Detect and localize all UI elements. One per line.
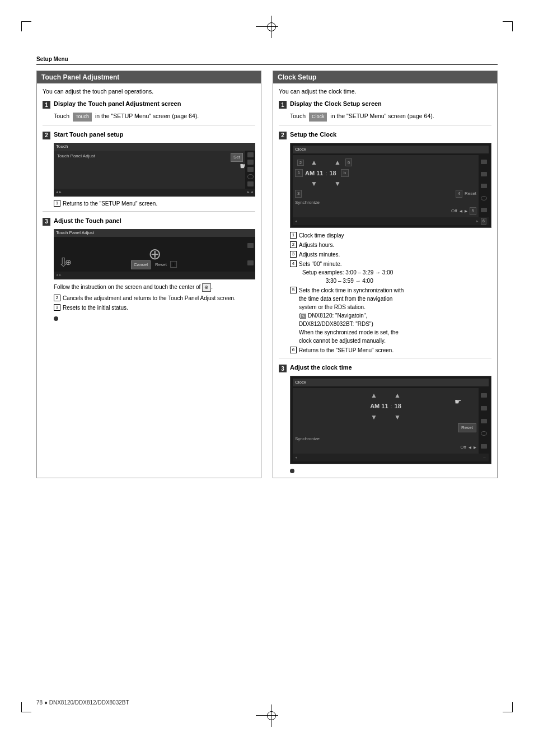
clock-list-item-3: 3 Adjusts minutes. xyxy=(290,250,491,259)
clock-sidebar-icon-3 xyxy=(481,184,487,188)
sync-left-arrow: ◂ xyxy=(460,207,462,215)
step3-header: 3 Adjust the Touch panel xyxy=(43,217,255,226)
clock-bottom-bar-2: ◂ ▸ 6 xyxy=(293,217,489,225)
tpa-bottom-bar: ◂ ▸ ▸ ◂ xyxy=(54,189,255,197)
touch-panel-intro: You can adjust the touch panel operation… xyxy=(43,88,255,95)
clock3-reset-row: Reset xyxy=(295,423,476,432)
clock-reset-row: 3 4 Reset xyxy=(295,190,476,198)
step3-text-3: Resets to the initial status. xyxy=(63,304,128,312)
cancel-btn[interactable]: Cancel xyxy=(131,260,151,269)
reg-mark-tr xyxy=(503,21,513,31)
step3-num-3: 3 xyxy=(54,304,60,311)
clock-step2-title: Setup the Clock xyxy=(290,131,336,138)
btn-separator: Reset xyxy=(155,260,167,269)
tpa3-buttons: Cancel Reset 1 xyxy=(130,260,179,269)
clock-down-row: ▼ ▼ xyxy=(295,179,476,189)
crosshair-inline: ⊕ xyxy=(202,283,211,292)
tpa3-top-bar: Touch Panel Adjust xyxy=(54,229,255,237)
clock-screen-mockup-2: Clock 2 ▲ ▲ xyxy=(290,143,491,228)
tpa3-sidebar-2 xyxy=(247,260,254,265)
clock-list-item-6: 6 Returns to the "SETUP Menu" screen. xyxy=(290,346,491,354)
num-indicator-5: 5 xyxy=(470,207,476,215)
reg-mark-bl xyxy=(21,702,31,712)
touch-badge-touch: Touch xyxy=(73,113,92,122)
clock3-sidebar-3 xyxy=(481,419,487,423)
clock-step1-header: 1 Display the Clock Setup screen xyxy=(279,100,491,109)
clock3-down-m: ▼ xyxy=(394,412,401,422)
clock-step3-main: ▲ ▲ AM 11 : 18 xyxy=(293,388,479,454)
tpa3-screen: Touch Panel Adjust ⊕ Cancel Reset 1 xyxy=(54,229,255,279)
step3-list-item-1: 2 Cancels the adjustment and returns to … xyxy=(54,294,255,302)
num-indicator-3: 3 xyxy=(295,190,302,198)
clock-minutes: 18 xyxy=(329,169,336,178)
clock3-right-arrow: ▸ xyxy=(474,443,476,451)
step2-header: 2 Start Touch panel setup xyxy=(43,131,255,139)
sidebar-icon-2 xyxy=(247,160,254,165)
tpa-screen-topbar: Touch xyxy=(54,143,255,151)
clock-back-arrow: ◂ xyxy=(295,218,297,225)
touch-panel-section: Touch Panel Adjustment You can adjust th… xyxy=(36,71,261,478)
sidebar-icon-3 xyxy=(247,167,254,172)
reset-num: 1 xyxy=(170,261,177,268)
clock3-fwd-arrow: → xyxy=(483,455,486,461)
clock-list-item-4: 4 Sets "00" minute. Setup examples: 3:00… xyxy=(290,260,491,285)
clock-num-1: 1 xyxy=(290,232,297,239)
left-bullet xyxy=(54,316,58,321)
step2-divider xyxy=(43,211,255,212)
clock3-reset-btn[interactable]: Reset xyxy=(458,423,476,432)
step2-num: 2 xyxy=(43,132,50,139)
step3-list-item-2: 3 Resets to the initial status. xyxy=(54,304,255,312)
clock-num-5: 5 xyxy=(290,287,297,293)
clock-step3-content: ▲ ▲ AM 11 : 18 xyxy=(293,388,489,454)
clock-num-4: 4 xyxy=(290,260,297,267)
clock-text-4: Sets "00" minute. Setup examples: 3:00 –… xyxy=(299,260,393,285)
clock-list-item-2: 2 Adjusts hours. xyxy=(290,241,491,249)
step3-list: 2 Cancels the adjustment and returns to … xyxy=(54,294,255,312)
clock-step3-num: 3 xyxy=(279,365,287,372)
clock-screen-mockup-3: Clock ▲ ▲ AM 1 xyxy=(290,376,491,464)
clock-step1-body: Touch Clock in the "SETUP Menu" screen (… xyxy=(290,112,491,122)
clock-colon: : xyxy=(325,169,327,178)
num-indicator-a: a xyxy=(345,158,352,166)
clock3-sync-label-row: Synchronize xyxy=(295,434,476,443)
clock-text-2: Adjusts hours. xyxy=(299,241,334,249)
clock3-sync-label: Synchronize xyxy=(295,436,320,441)
tpa3-body-area: ⊕ Cancel Reset 1 xyxy=(54,237,255,272)
step3-instruction: Follow the instruction on the screen and… xyxy=(54,283,255,292)
clock3-sidebar-2 xyxy=(481,406,487,410)
clock-num-2: 2 xyxy=(290,241,297,248)
clock-down-arrow-h: ▼ xyxy=(311,179,317,189)
right-bullet xyxy=(290,469,294,473)
reg-mark-tl xyxy=(21,21,31,31)
off-label: Off xyxy=(451,208,457,214)
touch-panel-title: Touch Panel Adjustment xyxy=(37,71,261,83)
tpa-sublabel: Touch Panel Adjust xyxy=(57,153,95,160)
clock-num-6: 6 xyxy=(290,347,297,353)
clock-up-arrow-m: ▲ xyxy=(334,157,341,167)
clock3-down-h: ▼ xyxy=(371,412,377,422)
clock-bottom-right: ▸ xyxy=(476,218,479,225)
num-indicator-4: 4 xyxy=(456,190,462,198)
clock-step3-body: Clock ▲ ▲ AM 1 xyxy=(290,376,491,473)
step3-body: Touch Panel Adjust ⊕ Cancel Reset 1 xyxy=(54,229,255,321)
clock-up-arrow-h: ▲ xyxy=(311,157,317,167)
clock-down-arrow-m: ▼ xyxy=(334,179,341,189)
clock3-off-row: Off ◂ ▸ xyxy=(295,443,476,451)
clock-step1-divider xyxy=(279,125,491,125)
clock3-up-m: ▲ xyxy=(394,390,401,400)
rds-icon: ✎ xyxy=(301,314,306,319)
clock-text-5: Sets the clock time in synchronization w… xyxy=(299,286,404,345)
clock3-time-row: AM 11 : 18 xyxy=(295,402,476,411)
clock3-up-h: ▲ xyxy=(371,390,377,400)
clock-step3-header: 3 Adjust the clock time xyxy=(279,364,491,372)
reg-mark-br xyxy=(503,702,513,712)
clock-step2-divider xyxy=(279,358,491,358)
num-indicator-6: 6 xyxy=(481,218,486,225)
step3-num-2: 2 xyxy=(54,295,60,301)
page-footer: 78 ● DNX8120/DDX812/DDX8032BT xyxy=(36,699,129,706)
clock-sidebar-icon-4 xyxy=(481,196,487,200)
clock-step1-title: Display the Clock Setup screen xyxy=(290,100,382,107)
clock-sidebar-icon-5 xyxy=(481,208,487,212)
sync-label: Synchronize xyxy=(295,199,320,206)
clock-setup-title: Clock Setup xyxy=(273,71,497,83)
